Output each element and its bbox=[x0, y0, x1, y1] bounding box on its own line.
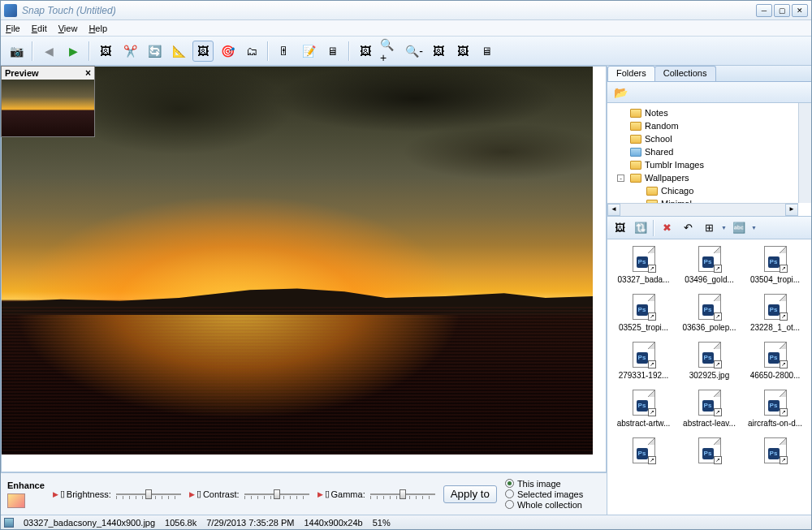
file-icon: Ps↗ bbox=[764, 246, 787, 272]
file-name: 03636_polep... bbox=[681, 323, 738, 332]
file-item[interactable]: Ps↗abstract-artw... bbox=[615, 390, 672, 428]
file-icon: Ps↗ bbox=[698, 246, 721, 272]
maximize-button[interactable]: ▢ bbox=[774, 4, 790, 17]
file-name: abstract-artw... bbox=[615, 419, 672, 428]
frame-icon[interactable]: 🗂 bbox=[241, 41, 262, 62]
file-item[interactable]: Ps↗03636_polep... bbox=[681, 294, 738, 332]
preview-close-icon[interactable]: × bbox=[85, 67, 91, 79]
file-icon: Ps↗ bbox=[698, 342, 721, 368]
folder-tree: Notes Random School Shared Tumblr Images… bbox=[607, 103, 811, 217]
undo-icon[interactable]: ↶ bbox=[679, 219, 697, 237]
menubar: File Edit View Help bbox=[1, 20, 811, 37]
tree-item[interactable]: Notes bbox=[607, 106, 811, 119]
menu-view[interactable]: View bbox=[58, 24, 78, 33]
tree-item[interactable]: School bbox=[607, 132, 811, 145]
collapse-icon[interactable]: - bbox=[617, 175, 624, 182]
file-item[interactable]: Ps↗03504_tropi... bbox=[747, 246, 804, 284]
tree-vscrollbar[interactable] bbox=[798, 103, 811, 203]
tree-item[interactable]: Shared bbox=[607, 145, 811, 158]
target-icon[interactable]: 🎯 bbox=[217, 41, 238, 62]
status-filesize: 1056.8k bbox=[165, 518, 197, 528]
file-name: 03327_bada... bbox=[615, 275, 672, 284]
folder-up-icon[interactable]: 📂 bbox=[612, 84, 628, 101]
status-date: 7/29/2013 7:35:28 PM bbox=[206, 518, 294, 528]
thumbnails-icon[interactable]: 🖼 bbox=[611, 219, 628, 237]
tree-item[interactable]: -Wallpapers bbox=[607, 171, 811, 184]
file-item[interactable]: Ps↗03525_tropi... bbox=[615, 294, 672, 332]
minimize-button[interactable]: ─ bbox=[756, 4, 772, 17]
enhance-icon[interactable] bbox=[7, 493, 25, 508]
file-item[interactable]: Ps↗03496_gold... bbox=[681, 246, 738, 284]
main-toolbar: 📷 ◀ ▶ 🖼 ✂️ 🔄 📐 🖼 🎯 🗂 🎚 📝 🖥 🖼 🔍+ 🔍- 🖼 🖼 🖥 bbox=[1, 37, 811, 66]
file-name: 23228_1_ot... bbox=[747, 323, 804, 332]
preview-title: Preview bbox=[5, 68, 39, 78]
delete-icon[interactable]: ✖ bbox=[658, 219, 676, 237]
gamma-slider[interactable] bbox=[370, 488, 435, 501]
actual-icon[interactable]: 🖼 bbox=[452, 41, 473, 62]
radio-this-image[interactable]: This image bbox=[505, 479, 583, 489]
forward-icon[interactable]: ▶ bbox=[63, 41, 84, 62]
radio-whole-collection[interactable]: Whole collection bbox=[505, 500, 583, 510]
adjust-icon[interactable]: 🎚 bbox=[274, 41, 295, 62]
file-item[interactable]: Ps↗aircrafts-on-d... bbox=[747, 390, 804, 428]
screen-icon[interactable]: 🖥 bbox=[322, 41, 343, 62]
file-icon: Ps↗ bbox=[633, 390, 655, 416]
sort-dropdown-icon[interactable]: ▼ bbox=[751, 225, 757, 231]
preview-panel: Preview × bbox=[1, 66, 95, 137]
file-item[interactable]: Ps↗279331-192... bbox=[615, 342, 672, 380]
gamma-label: Gamma: bbox=[331, 489, 365, 499]
tab-collections[interactable]: Collections bbox=[654, 66, 716, 81]
file-name: 46650-2800... bbox=[747, 371, 804, 380]
brightness-label: Brightness: bbox=[67, 489, 111, 499]
resize-icon[interactable]: 📐 bbox=[168, 41, 189, 62]
statusbar: 03327_badacsony_1440x900.jpg 1056.8k 7/2… bbox=[1, 515, 811, 529]
annotate-icon[interactable]: 📝 bbox=[298, 41, 319, 62]
view-dropdown-icon[interactable]: ▼ bbox=[721, 225, 727, 231]
menu-file[interactable]: File bbox=[6, 24, 20, 33]
apply-to-button[interactable]: Apply to bbox=[443, 485, 497, 503]
gallery-icon[interactable]: 🖼 bbox=[355, 41, 376, 62]
zoom-in-icon[interactable]: 🔍+ bbox=[379, 41, 400, 62]
contrast-slider[interactable] bbox=[244, 488, 309, 501]
file-item[interactable]: Ps↗ bbox=[681, 437, 738, 463]
file-item[interactable]: Ps↗46650-2800... bbox=[747, 342, 804, 380]
tool-icon[interactable]: 🖼 bbox=[95, 41, 116, 62]
file-item[interactable]: Ps↗302925.jpg bbox=[681, 342, 738, 380]
tree-item[interactable]: Chicago bbox=[607, 184, 811, 197]
file-name: 279331-192... bbox=[615, 371, 672, 380]
crop-icon[interactable]: ✂️ bbox=[119, 41, 140, 62]
file-name: abstract-leav... bbox=[681, 419, 738, 428]
tree-hscrollbar[interactable]: ◄► bbox=[607, 203, 798, 216]
file-icon: Ps↗ bbox=[698, 390, 721, 416]
file-item[interactable]: Ps↗23228_1_ot... bbox=[747, 294, 804, 332]
file-item[interactable]: Ps↗ bbox=[747, 437, 804, 463]
view-icon[interactable]: ⊞ bbox=[700, 219, 718, 237]
tree-item[interactable]: Tumblr Images bbox=[607, 158, 811, 171]
rotate-icon[interactable]: 🔄 bbox=[144, 41, 165, 62]
selection-icon[interactable]: 🖼 bbox=[192, 41, 214, 62]
file-name: 03504_tropi... bbox=[747, 275, 804, 284]
brightness-slider[interactable] bbox=[116, 488, 181, 501]
status-dimensions: 1440x900x24b bbox=[304, 518, 363, 528]
file-item[interactable]: Ps↗abstract-leav... bbox=[681, 390, 738, 428]
file-grid: Ps↗03327_bada...Ps↗03496_gold...Ps↗03504… bbox=[607, 239, 811, 515]
sort-icon[interactable]: 🔤 bbox=[730, 219, 748, 237]
fit-icon[interactable]: 🖼 bbox=[428, 41, 449, 62]
tab-folders[interactable]: Folders bbox=[607, 66, 655, 81]
close-button[interactable]: ✕ bbox=[792, 4, 808, 17]
refresh-icon[interactable]: 🔃 bbox=[632, 219, 650, 237]
menu-edit[interactable]: Edit bbox=[32, 24, 47, 33]
tree-item[interactable]: Random bbox=[607, 119, 811, 132]
file-item[interactable]: Ps↗03327_bada... bbox=[615, 246, 672, 284]
radio-selected-images[interactable]: Selected images bbox=[505, 489, 583, 499]
file-toolbar: 🖼 🔃 ✖ ↶ ⊞▼ 🔤▼ bbox=[607, 217, 811, 239]
preview-thumbnail[interactable] bbox=[2, 80, 94, 136]
window-title: Snap Touch (Untitled) bbox=[22, 5, 756, 16]
menu-help[interactable]: Help bbox=[89, 24, 107, 33]
acquire-icon[interactable]: 📷 bbox=[6, 41, 27, 62]
status-icon bbox=[4, 518, 14, 528]
zoom-out-icon[interactable]: 🔍- bbox=[404, 41, 425, 62]
status-zoom: 51% bbox=[373, 518, 391, 528]
file-item[interactable]: Ps↗ bbox=[615, 437, 672, 463]
fullscreen-icon[interactable]: 🖥 bbox=[477, 41, 498, 62]
